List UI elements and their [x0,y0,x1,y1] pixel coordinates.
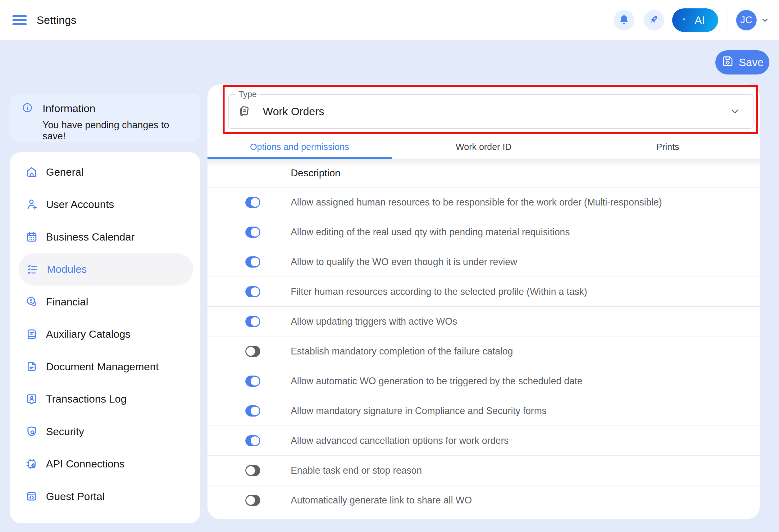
option-row: Allow to qualify the WO even though it i… [207,247,760,277]
ai-button-label: AI [695,14,705,26]
option-label: Allow updating triggers with active WOs [291,316,457,327]
chip-gear-icon [25,458,38,470]
sidebar-item-label: Document Management [46,361,159,373]
option-label: Establish mandatory completion of the fa… [291,346,513,357]
option-label: Allow assigned human resources to be res… [291,197,662,208]
sidebar-item-api-connections[interactable]: API Connections [10,448,200,480]
browser-code-icon [25,490,38,503]
save-button[interactable]: Save [715,50,769,74]
type-select[interactable]: Type Work Orders [228,94,754,129]
option-row: Establish mandatory completion of the fa… [207,336,760,366]
toggle-switch[interactable] [245,346,260,357]
rocket-icon [648,13,660,27]
option-row: Filter human resources according to the … [207,277,760,307]
option-label: Allow to qualify the WO even though it i… [291,256,517,267]
sidebar-item-label: Transactions Log [46,393,127,405]
tab-options-and-permissions[interactable]: Options and permissions [207,135,392,158]
whats-new-button[interactable] [644,10,664,30]
sidebar-item-label: Security [46,425,84,438]
description-column-header: Description [207,159,760,188]
type-select-value: Work Orders [263,105,324,118]
save-label: Save [739,56,764,69]
document-icon [25,360,38,373]
hamburger-menu-icon[interactable] [12,15,27,25]
svg-text:$: $ [29,298,32,304]
info-message: You have pending changes to save! [43,120,194,142]
toggle-switch[interactable] [245,286,260,297]
option-row: Enable task end or stop reason [207,456,760,485]
option-label: Allow automatic WO generation to be trig… [291,376,582,386]
sidebar-item-label: Guest Portal [46,490,105,503]
option-row: Allow updating triggers with active WOs [207,307,760,336]
circle-icon [25,523,38,523]
sidebar-item-label: User Accounts [46,198,114,210]
sidebar-item-transactions-log[interactable]: Transactions Log [10,383,200,416]
info-icon [22,102,33,115]
top-bar: Settings [0,0,779,40]
option-label: Allow mandatory signature in Compliance … [291,405,547,416]
sidebar-item-modules[interactable]: Modules [19,253,193,286]
sidebar-item-label: Financial [46,296,88,308]
sparkle-icon: ✦ [682,16,686,22]
option-label: Allow editing of the real used qty with … [291,226,570,238]
sidebar-item-security[interactable]: Security [10,415,200,448]
sidebar-item-auxiliary-catalogs[interactable]: Auxiliary Catalogs [10,318,200,351]
option-row: Allow automatic WO generation to be trig… [207,366,760,396]
option-label: Filter human resources according to the … [291,286,587,297]
chevron-down-icon [729,106,740,117]
toggle-switch[interactable] [245,435,260,446]
type-select-label: Type [235,90,260,99]
sidebar-item-general[interactable]: General [10,156,200,188]
toggle-switch[interactable] [245,256,260,268]
checklist-icon [26,263,39,276]
sidebar-item-document-management[interactable]: Document Management [10,350,200,383]
notifications-button[interactable] [614,10,634,30]
toggle-switch[interactable] [245,376,260,387]
topbar-left: Settings [12,14,76,26]
sidebar-item-label: Auxiliary Catalogs [46,328,130,340]
sidebar-item-user-accounts[interactable]: User Accounts [10,188,200,221]
floppy-icon [721,55,734,70]
option-label: Enable task end or stop reason [291,465,422,476]
option-row: Allow advanced cancellation options for … [207,426,760,456]
topbar-divider [727,12,727,28]
option-row: Allow assigned human resources to be res… [207,188,760,217]
shield-icon [25,425,38,438]
user-add-icon [25,198,38,211]
avatar-initials: JC [740,15,753,26]
avatar-chevron-icon[interactable] [760,15,770,25]
tab-prints[interactable]: Prints [576,135,760,158]
sidebar-item-business-calendar[interactable]: Business Calendar [10,221,200,253]
ai-assistant-button[interactable]: ✦ AI [672,8,718,32]
tab-bar: Options and permissions Work order ID Pr… [207,135,760,159]
toggle-switch[interactable] [245,197,260,208]
calendar-icon [25,230,38,243]
option-label: Allow advanced cancellation options for … [291,435,509,446]
work-order-icon [237,104,252,119]
sidebar-item-label: API Connections [46,458,125,470]
module-settings-panel: Type Work Orders Options and permissions… [207,84,760,519]
avatar[interactable]: JC [736,10,757,30]
tab-work-order-id[interactable]: Work order ID [392,135,576,158]
toggle-switch[interactable] [245,495,260,506]
info-card: Information You have pending changes to … [10,94,200,142]
option-row: Allow mandatory signature in Compliance … [207,396,760,426]
options-list: Allow assigned human resources to be res… [207,188,760,515]
sidebar-item-financial[interactable]: $ Financial [10,285,200,318]
settings-sidebar: General User Accounts Business Calendar [10,152,200,523]
toggle-switch[interactable] [245,316,260,327]
book-icon [25,328,38,340]
toggle-switch[interactable] [245,465,260,476]
toggle-switch[interactable] [245,405,260,416]
badge-user-icon [25,393,38,405]
info-title: Information [43,103,95,115]
home-icon [25,166,38,178]
option-label: Automatically generate link to share all… [291,495,472,506]
coin-dollar-icon: $ [25,295,38,308]
page-title: Settings [37,14,76,26]
toggle-switch[interactable] [245,226,260,238]
sidebar-item-guest-portal[interactable]: Guest Portal [10,480,200,513]
option-row: Allow editing of the real used qty with … [207,217,760,247]
sidebar-item-label: Modules [47,263,87,275]
sidebar-item-partial[interactable] [10,513,200,524]
